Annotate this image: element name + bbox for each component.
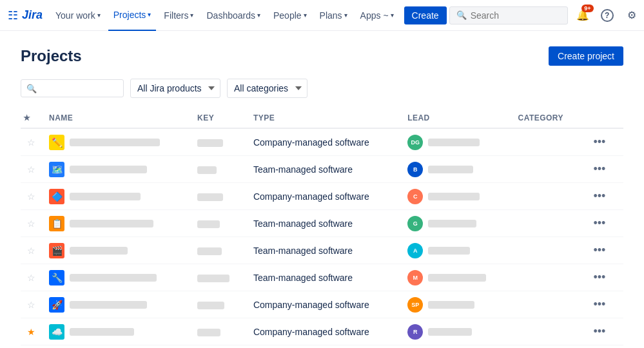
star-icon[interactable]: ☆ <box>27 164 35 175</box>
help-button[interactable]: ? <box>598 6 617 25</box>
th-lead[interactable]: Lead <box>400 108 510 128</box>
nav-plans[interactable]: Plans ▾ <box>315 0 353 31</box>
project-lead-cell: B <box>400 156 510 183</box>
lead-avatar: B <box>407 162 423 177</box>
project-name-blurred <box>70 274 157 282</box>
project-icon: 📋 <box>49 216 64 231</box>
star-cell[interactable]: ☆ <box>21 345 41 349</box>
project-name-cell: 🔧 <box>41 264 190 291</box>
th-type[interactable]: Type <box>246 108 400 128</box>
nav-logo[interactable]: ☷ Jira <box>8 8 43 23</box>
star-cell[interactable]: ☆ <box>21 291 41 318</box>
search-input[interactable] <box>471 10 561 21</box>
notification-badge: 9+ <box>581 5 593 12</box>
more-actions-button[interactable]: ••• <box>590 161 610 177</box>
star-icon[interactable]: ☆ <box>27 273 35 283</box>
more-actions-button[interactable]: ••• <box>590 324 610 340</box>
project-name-blurred <box>70 247 128 255</box>
project-lead-cell: M <box>400 264 510 291</box>
nav-your-work[interactable]: Your work ▾ <box>50 0 106 31</box>
gear-icon: ⚙ <box>627 9 636 21</box>
star-cell[interactable]: ★ <box>21 318 41 345</box>
table-row: ☆ 🚀 Company-managed software SP <box>21 291 623 318</box>
project-name-blurred <box>70 166 147 173</box>
star-cell[interactable]: ☆ <box>21 128 41 156</box>
product-filter-select[interactable]: All Jira products <box>130 79 220 98</box>
project-icon: 🚀 <box>49 297 64 313</box>
more-actions-button[interactable]: ••• <box>590 188 610 204</box>
filter-search-input[interactable] <box>41 83 118 93</box>
star-cell[interactable]: ☆ <box>21 264 41 291</box>
lead-avatar: M <box>407 270 423 285</box>
star-icon[interactable]: ★ <box>27 327 35 337</box>
project-category-cell <box>511 210 582 237</box>
more-actions-button[interactable]: ••• <box>590 296 610 313</box>
project-icon: ✏️ <box>49 135 64 150</box>
star-cell[interactable]: ☆ <box>21 156 41 183</box>
project-type-text: Company-managed software <box>253 300 369 310</box>
create-button[interactable]: Create <box>404 6 447 24</box>
more-actions-button[interactable]: ••• <box>590 269 610 285</box>
th-key[interactable]: Key <box>190 108 246 128</box>
category-filter-select[interactable]: All categories <box>227 79 307 98</box>
notifications-button[interactable]: 🔔 9+ <box>573 6 592 25</box>
star-cell[interactable]: ☆ <box>21 183 41 210</box>
nav-dashboards[interactable]: Dashboards ▾ <box>201 0 266 31</box>
more-actions-button[interactable]: ••• <box>590 242 610 258</box>
nav-projects[interactable]: Projects ▾ <box>108 0 157 31</box>
nav-filters[interactable]: Filters ▾ <box>159 0 199 31</box>
lead-name-blurred <box>428 166 473 173</box>
th-name[interactable]: Name <box>41 108 190 128</box>
nav-apps[interactable]: Apps ~ ▾ <box>355 0 399 31</box>
more-actions-button[interactable]: ••• <box>590 134 610 150</box>
star-cell[interactable]: ☆ <box>21 210 41 237</box>
project-type-text: Company-managed software <box>253 191 369 202</box>
star-icon[interactable]: ☆ <box>27 191 35 202</box>
project-actions-cell: ••• <box>582 210 624 237</box>
project-key-blurred <box>197 275 229 282</box>
star-icon[interactable]: ☆ <box>27 218 35 229</box>
nav-people[interactable]: People ▾ <box>268 0 312 31</box>
logo-text: Jira <box>22 8 43 22</box>
lead-initials: R <box>413 329 418 335</box>
page-title: Projects <box>21 47 82 65</box>
project-key-cell <box>190 264 246 291</box>
search-icon: 🔍 <box>26 84 37 93</box>
project-category-cell <box>511 128 582 156</box>
th-actions <box>582 108 624 128</box>
project-type-text: Team-managed software <box>253 218 353 229</box>
lead-name-blurred <box>428 139 480 146</box>
search-box[interactable]: 🔍 <box>449 6 568 24</box>
settings-button[interactable]: ⚙ <box>622 6 641 25</box>
star-icon[interactable]: ☆ <box>27 246 35 256</box>
project-icon: 🔷 <box>49 189 64 204</box>
project-key-cell <box>190 156 246 183</box>
search-icon: 🔍 <box>456 10 467 20</box>
nav-right: 🔍 🔔 9+ ? ⚙ <box>449 6 644 25</box>
table-row: ☆ ✏️ Company-managed software DG <box>21 128 623 156</box>
project-actions-cell: ••• <box>582 237 624 264</box>
project-name-cell: 🔩 <box>41 345 190 349</box>
project-icon: ☁️ <box>49 324 64 340</box>
project-actions-cell: ••• <box>582 264 624 291</box>
project-actions-cell: ••• <box>582 291 624 318</box>
more-actions-button[interactable]: ••• <box>590 215 610 231</box>
project-category-cell <box>511 156 582 183</box>
star-icon[interactable]: ☆ <box>27 300 35 310</box>
filter-search-box[interactable]: 🔍 <box>21 79 124 97</box>
help-icon: ? <box>601 9 614 22</box>
project-key-blurred <box>197 193 223 201</box>
lead-name-blurred <box>428 247 470 255</box>
project-lead-cell: G <box>400 210 510 237</box>
th-category[interactable]: Category <box>511 108 582 128</box>
star-icon[interactable]: ☆ <box>27 137 35 148</box>
lead-initials: DG <box>411 139 420 146</box>
table-row: ☆ 📋 Team-managed software G ••• <box>21 210 623 237</box>
table-row: ☆ 🔷 Company-managed software C <box>21 183 623 210</box>
star-cell[interactable]: ☆ <box>21 237 41 264</box>
project-lead-cell: DG <box>400 128 510 156</box>
create-project-button[interactable]: Create project <box>549 46 623 66</box>
project-name-cell: 📋 <box>41 210 190 237</box>
lead-name-blurred <box>428 274 486 282</box>
lead-name-blurred <box>428 193 480 200</box>
